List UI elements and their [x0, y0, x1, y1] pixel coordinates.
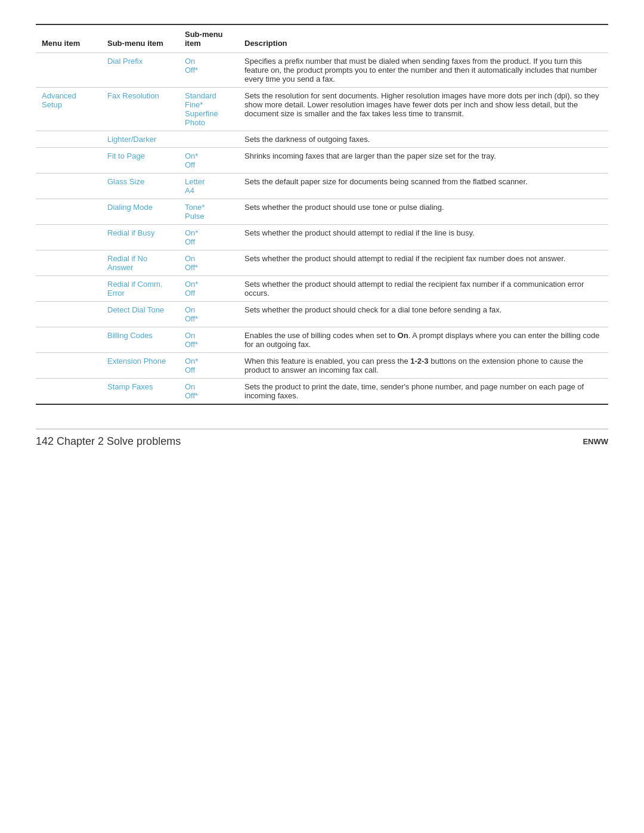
submenu2-cell: On*Off	[179, 225, 239, 250]
footer-left: 142 Chapter 2 Solve problems	[36, 435, 181, 448]
description-cell: Sets whether the product should use tone…	[239, 199, 608, 225]
submenu1-cell: Dial Prefix	[101, 53, 179, 88]
submenu1-cell: Detect Dial Tone	[101, 302, 179, 327]
header-menu-item: Menu item	[36, 24, 101, 53]
submenu2-cell: OnOff*	[179, 250, 239, 276]
menu-item-cell	[36, 276, 101, 302]
menu-item-cell	[36, 53, 101, 88]
submenu2-cell: OnOff*	[179, 327, 239, 353]
submenu2-cell: StandardFine*SuperfinePhoto	[179, 88, 239, 131]
submenu1-cell: Billing Codes	[101, 327, 179, 353]
description-cell: Specifies a prefix number that must be d…	[239, 53, 608, 88]
main-table: Menu item Sub-menu item Sub-menu item De…	[36, 24, 608, 405]
menu-item-cell	[36, 225, 101, 250]
menu-item-cell	[36, 250, 101, 276]
submenu2-cell: On*Off	[179, 276, 239, 302]
footer-right: ENWW	[583, 437, 608, 446]
submenu1-cell: Dialing Mode	[101, 199, 179, 225]
header-submenu2: Sub-menu item	[179, 24, 239, 53]
description-cell: Sets the product to print the date, time…	[239, 379, 608, 405]
submenu1-cell: Glass Size	[101, 174, 179, 199]
menu-item-cell	[36, 302, 101, 327]
menu-item-cell	[36, 327, 101, 353]
submenu1-cell: Redial if Busy	[101, 225, 179, 250]
submenu1-cell: Redial if Comm. Error	[101, 276, 179, 302]
submenu1-cell: Lighter/Darker	[101, 131, 179, 148]
description-cell: Sets whether the product should attempt …	[239, 276, 608, 302]
submenu2-cell: LetterA4	[179, 174, 239, 199]
submenu1-cell: Extension Phone	[101, 353, 179, 379]
menu-item-cell	[36, 353, 101, 379]
submenu2-cell: OnOff*	[179, 379, 239, 405]
submenu2-cell: OnOff*	[179, 53, 239, 88]
submenu2-cell: OnOff*	[179, 302, 239, 327]
header-description: Description	[239, 24, 608, 53]
header-submenu1: Sub-menu item	[101, 24, 179, 53]
description-cell: Sets the resolution for sent documents. …	[239, 88, 608, 131]
description-cell: Sets whether the product should check fo…	[239, 302, 608, 327]
menu-item-cell	[36, 199, 101, 225]
description-cell: Sets whether the product should attempt …	[239, 250, 608, 276]
menu-item-cell	[36, 174, 101, 199]
description-cell: Shrinks incoming faxes that are larger t…	[239, 148, 608, 174]
submenu1-cell: Stamp Faxes	[101, 379, 179, 405]
submenu1-cell: Fax Resolution	[101, 88, 179, 131]
menu-item-cell	[36, 131, 101, 148]
menu-item-cell	[36, 148, 101, 174]
submenu2-cell	[179, 131, 239, 148]
description-cell: Sets the default paper size for document…	[239, 174, 608, 199]
menu-item-cell: Advanced Setup	[36, 88, 101, 131]
menu-item-cell	[36, 379, 101, 405]
footer-bar: 142 Chapter 2 Solve problems ENWW	[36, 429, 608, 448]
description-cell: Sets the darkness of outgoing faxes.	[239, 131, 608, 148]
description-cell: Enables the use of billing codes when se…	[239, 327, 608, 353]
submenu1-cell: Redial if No Answer	[101, 250, 179, 276]
submenu2-cell: On*Off	[179, 148, 239, 174]
submenu2-cell: On*Off	[179, 353, 239, 379]
submenu1-cell: Fit to Page	[101, 148, 179, 174]
description-cell: When this feature is enabled, you can pr…	[239, 353, 608, 379]
submenu2-cell: Tone*Pulse	[179, 199, 239, 225]
description-cell: Sets whether the product should attempt …	[239, 225, 608, 250]
